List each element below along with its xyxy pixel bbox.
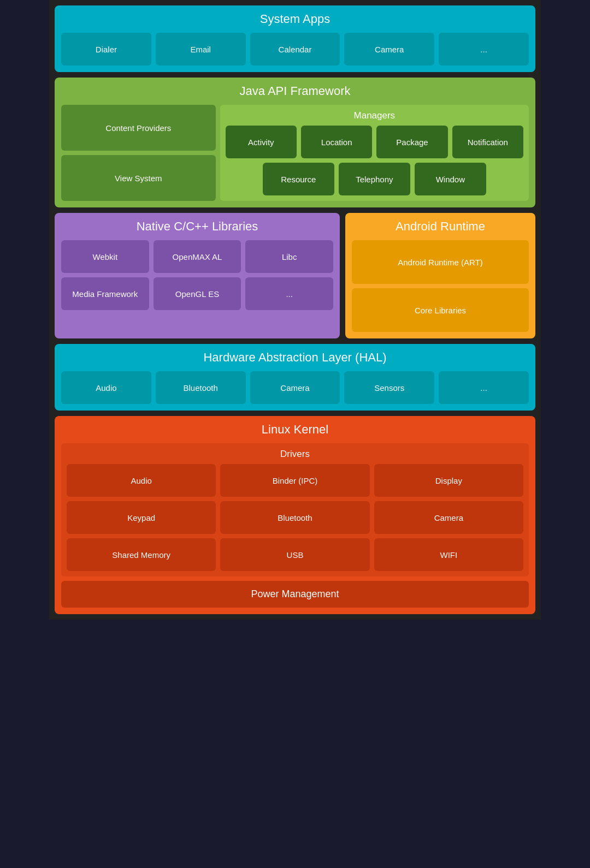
native-layer: Native C/C++ Libraries Webkit OpenMAX AL… xyxy=(55,213,340,338)
hal-title: Hardware Abstraction Layer (HAL) xyxy=(61,350,529,365)
system-apps-layer: System Apps Dialer Email Calendar Camera… xyxy=(55,5,535,72)
drivers-row1: Audio Binder (IPC) Display xyxy=(67,464,523,497)
drivers-container: Drivers Audio Binder (IPC) Display Keypa… xyxy=(61,443,529,576)
hal-camera: Camera xyxy=(250,371,340,404)
android-runtime-grid: Android Runtime (ART) Core Libraries xyxy=(352,240,529,332)
hal-grid: Audio Bluetooth Camera Sensors ... xyxy=(61,371,529,404)
manager-package: Package xyxy=(376,126,447,158)
managers-row2: Resource Telephony Window xyxy=(263,163,486,195)
native-title: Native C/C++ Libraries xyxy=(61,219,333,234)
native-webkit: Webkit xyxy=(61,240,149,273)
drivers-title: Drivers xyxy=(67,449,523,460)
app-more: ... xyxy=(439,33,529,66)
driver-binder: Binder (IPC) xyxy=(220,464,369,497)
managers-row1: Activity Location Package Notification xyxy=(226,126,523,158)
linux-title: Linux Kernel xyxy=(61,423,529,437)
content-providers: Content Providers xyxy=(61,105,216,151)
java-api-title: Java API Framework xyxy=(61,84,529,98)
manager-resource: Resource xyxy=(263,163,334,195)
java-api-left: Content Providers View System xyxy=(61,105,216,201)
manager-location: Location xyxy=(301,126,372,158)
manager-activity: Activity xyxy=(226,126,297,158)
native-media: Media Framework xyxy=(61,277,149,310)
driver-shared-memory: Shared Memory xyxy=(67,538,216,571)
art-runtime: Android Runtime (ART) xyxy=(352,240,529,284)
core-libraries: Core Libraries xyxy=(352,288,529,332)
java-api-layer: Java API Framework Content Providers Vie… xyxy=(55,78,535,207)
power-management: Power Management xyxy=(61,581,529,608)
native-row2: Media Framework OpenGL ES ... xyxy=(61,277,333,310)
native-android-row: Native C/C++ Libraries Webkit OpenMAX AL… xyxy=(55,213,535,338)
managers-title: Managers xyxy=(226,110,523,121)
native-row1: Webkit OpenMAX AL Libc xyxy=(61,240,333,273)
system-apps-title: System Apps xyxy=(61,12,529,26)
linux-kernel-layer: Linux Kernel Drivers Audio Binder (IPC) … xyxy=(55,416,535,614)
view-system: View System xyxy=(61,155,216,201)
app-dialer: Dialer xyxy=(61,33,151,66)
native-libc: Libc xyxy=(245,240,333,273)
manager-telephony: Telephony xyxy=(339,163,410,195)
hal-bluetooth: Bluetooth xyxy=(156,371,246,404)
system-apps-grid: Dialer Email Calendar Camera ... xyxy=(61,33,529,66)
native-more: ... xyxy=(245,277,333,310)
android-runtime-layer: Android Runtime Android Runtime (ART) Co… xyxy=(345,213,535,338)
driver-wifi: WIFI xyxy=(374,538,523,571)
manager-window: Window xyxy=(415,163,486,195)
driver-keypad: Keypad xyxy=(67,501,216,534)
app-calendar: Calendar xyxy=(250,33,340,66)
driver-bluetooth: Bluetooth xyxy=(220,501,369,534)
manager-notification: Notification xyxy=(452,126,523,158)
hal-sensors: Sensors xyxy=(344,371,434,404)
driver-display: Display xyxy=(374,464,523,497)
android-runtime-title: Android Runtime xyxy=(352,219,529,234)
hal-more: ... xyxy=(439,371,529,404)
driver-usb: USB xyxy=(220,538,369,571)
driver-camera: Camera xyxy=(374,501,523,534)
native-opengl: OpenGL ES xyxy=(154,277,241,310)
hal-audio: Audio xyxy=(61,371,151,404)
native-openmax: OpenMAX AL xyxy=(154,240,241,273)
hal-layer: Hardware Abstraction Layer (HAL) Audio B… xyxy=(55,344,535,411)
app-camera: Camera xyxy=(344,33,434,66)
app-email: Email xyxy=(156,33,246,66)
drivers-row3: Shared Memory USB WIFI xyxy=(67,538,523,571)
drivers-row2: Keypad Bluetooth Camera xyxy=(67,501,523,534)
java-api-inner: Content Providers View System Managers A… xyxy=(61,105,529,201)
android-architecture-diagram: System Apps Dialer Email Calendar Camera… xyxy=(49,0,541,620)
driver-audio: Audio xyxy=(67,464,216,497)
managers-container: Managers Activity Location Package Notif… xyxy=(220,105,529,201)
